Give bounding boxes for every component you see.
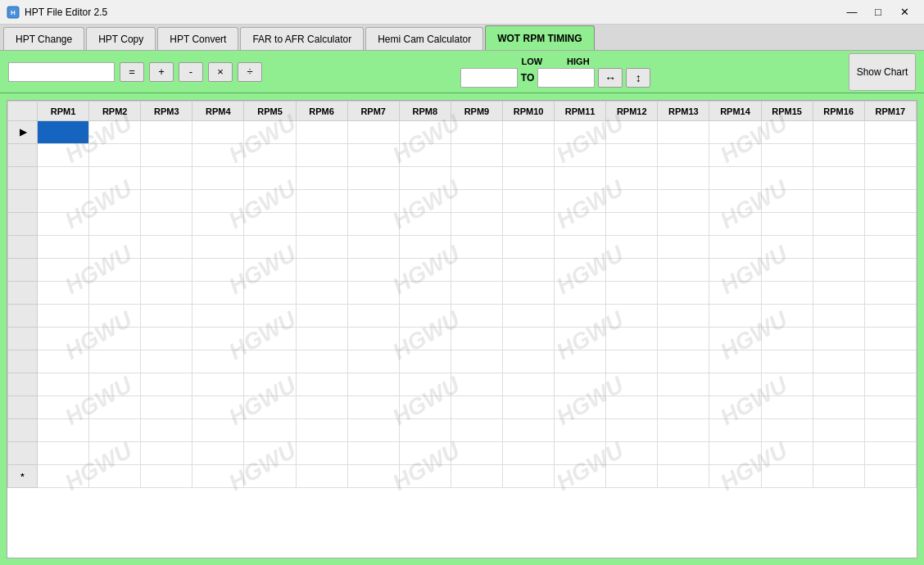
table-cell[interactable] <box>864 236 916 259</box>
table-cell[interactable] <box>555 442 606 465</box>
table-cell[interactable] <box>141 419 192 442</box>
table-cell[interactable] <box>38 328 89 350</box>
table-cell[interactable] <box>658 350 709 373</box>
table-cell[interactable] <box>451 236 502 259</box>
table-cell[interactable] <box>347 167 399 190</box>
table-cell[interactable] <box>141 213 192 236</box>
table-cell[interactable] <box>502 213 554 236</box>
table-cell[interactable] <box>244 144 296 167</box>
high-input[interactable] <box>537 68 595 88</box>
table-cell[interactable] <box>347 213 399 236</box>
table-cell[interactable] <box>864 373 916 396</box>
table-cell[interactable] <box>709 259 761 282</box>
minimize-button[interactable]: — <box>839 3 865 21</box>
equals-button[interactable]: = <box>120 62 144 82</box>
table-cell[interactable] <box>813 328 864 350</box>
table-cell[interactable] <box>89 373 141 396</box>
table-cell[interactable] <box>606 236 658 259</box>
tab-wot-rpm[interactable]: WOT RPM TIMING <box>485 25 594 50</box>
table-cell[interactable] <box>502 282 554 305</box>
table-cell[interactable] <box>347 144 399 167</box>
table-cell[interactable] <box>399 236 451 259</box>
table-cell[interactable] <box>244 419 296 442</box>
subtract-button[interactable]: - <box>179 62 203 82</box>
table-cell[interactable] <box>555 465 606 488</box>
table-cell[interactable] <box>89 190 141 213</box>
table-cell[interactable] <box>451 305 502 328</box>
table-cell[interactable] <box>141 259 192 282</box>
table-cell[interactable] <box>451 442 502 465</box>
table-cell[interactable] <box>502 305 554 328</box>
table-cell[interactable] <box>658 259 709 282</box>
table-cell[interactable] <box>502 373 554 396</box>
table-cell[interactable] <box>709 373 761 396</box>
table-cell[interactable] <box>864 121 916 144</box>
table-cell[interactable] <box>864 442 916 465</box>
table-cell[interactable] <box>761 396 813 419</box>
table-cell[interactable] <box>813 213 864 236</box>
table-cell[interactable] <box>244 328 296 350</box>
table-cell[interactable] <box>658 144 709 167</box>
table-cell[interactable] <box>502 167 554 190</box>
arrow-left-right-button[interactable]: ↔ <box>598 68 623 88</box>
table-cell[interactable] <box>555 350 606 373</box>
table-cell[interactable] <box>864 350 916 373</box>
table-cell[interactable] <box>761 350 813 373</box>
table-cell[interactable] <box>709 121 761 144</box>
table-cell[interactable] <box>192 442 244 465</box>
divide-button[interactable]: ÷ <box>238 62 262 82</box>
table-cell[interactable] <box>89 121 141 144</box>
table-cell[interactable] <box>606 305 658 328</box>
table-cell[interactable] <box>709 213 761 236</box>
table-cell[interactable] <box>606 190 658 213</box>
table-cell[interactable] <box>658 396 709 419</box>
table-cell[interactable] <box>555 373 606 396</box>
table-cell[interactable] <box>555 259 606 282</box>
table-cell[interactable] <box>709 419 761 442</box>
table-cell[interactable] <box>813 282 864 305</box>
table-cell[interactable] <box>192 328 244 350</box>
table-cell[interactable] <box>813 350 864 373</box>
table-cell[interactable] <box>555 144 606 167</box>
table-cell[interactable] <box>244 373 296 396</box>
table-cell[interactable] <box>761 236 813 259</box>
table-cell[interactable] <box>38 167 89 190</box>
tab-hemi-cam[interactable]: Hemi Cam Calculator <box>365 27 483 50</box>
table-cell[interactable] <box>296 190 347 213</box>
table-cell[interactable] <box>606 350 658 373</box>
table-cell[interactable] <box>89 213 141 236</box>
table-cell[interactable] <box>192 236 244 259</box>
table-cell[interactable] <box>864 259 916 282</box>
table-cell[interactable] <box>296 396 347 419</box>
table-cell[interactable] <box>813 236 864 259</box>
table-cell[interactable] <box>244 167 296 190</box>
table-cell[interactable] <box>192 121 244 144</box>
table-cell[interactable] <box>296 121 347 144</box>
table-cell[interactable] <box>761 144 813 167</box>
table-cell[interactable] <box>502 350 554 373</box>
table-cell[interactable] <box>658 465 709 488</box>
table-cell[interactable] <box>89 465 141 488</box>
table-cell[interactable] <box>502 121 554 144</box>
table-cell[interactable] <box>451 350 502 373</box>
table-cell[interactable] <box>141 465 192 488</box>
add-button[interactable]: + <box>149 62 174 82</box>
table-cell[interactable] <box>502 190 554 213</box>
table-cell[interactable] <box>296 144 347 167</box>
table-cell[interactable] <box>864 282 916 305</box>
table-cell[interactable] <box>451 328 502 350</box>
table-cell[interactable] <box>192 167 244 190</box>
low-input[interactable] <box>460 68 518 88</box>
table-cell[interactable] <box>347 396 399 419</box>
main-input[interactable] <box>8 62 115 82</box>
table-cell[interactable] <box>89 282 141 305</box>
table-cell[interactable] <box>141 328 192 350</box>
table-cell[interactable] <box>192 190 244 213</box>
table-cell[interactable] <box>244 305 296 328</box>
table-cell[interactable] <box>555 305 606 328</box>
table-cell[interactable] <box>192 259 244 282</box>
table-cell[interactable] <box>761 328 813 350</box>
table-cell[interactable] <box>658 282 709 305</box>
table-cell[interactable] <box>347 373 399 396</box>
table-cell[interactable] <box>451 282 502 305</box>
